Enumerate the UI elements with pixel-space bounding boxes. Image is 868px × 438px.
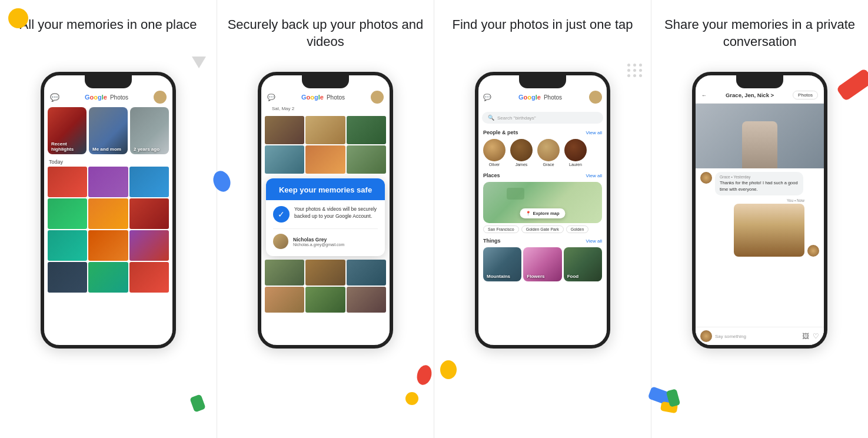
memory-label-recent: Recent highlights	[51, 141, 87, 152]
person-silhouette	[742, 121, 777, 168]
panel-search: Find your photos in just one tap 💬 Googl…	[434, 0, 651, 438]
james-name: James	[516, 162, 528, 167]
dialog-user-row: Nicholas Grey Nicholas.a.grey@gmail.com	[273, 228, 378, 249]
things-view-all[interactable]: View all	[586, 238, 602, 244]
things-grid: Mountains Flowers Food	[478, 247, 607, 281]
grid-cell-5	[88, 198, 128, 229]
thing-mountains: Mountains	[483, 247, 521, 281]
person-lauren: Lauren	[564, 139, 587, 167]
grace-msg-text: Thanks for the photo! I had such a good …	[720, 180, 799, 193]
logo-g2: g	[98, 94, 102, 101]
lauren-avatar	[564, 139, 587, 161]
place-chips: San Francisco Golden Gate Park Golden	[478, 225, 607, 235]
user-email: Nicholas.a.grey@gmail.com	[293, 243, 344, 247]
oliver-avatar	[483, 139, 505, 161]
notch-2	[302, 75, 349, 88]
things-section-header: Things View all	[483, 238, 602, 244]
p2-header-row: 💬 Google Photos	[267, 91, 384, 104]
grid-cell-3	[129, 167, 169, 197]
chip-golden[interactable]: Golden	[566, 225, 589, 233]
p2-more-3	[347, 260, 386, 286]
people-section: People & pets View all	[478, 127, 607, 139]
user-avatar	[273, 234, 288, 249]
oliver-name: Oliver	[489, 162, 500, 167]
people-section-header: People & pets View all	[483, 130, 602, 135]
people-view-all[interactable]: View all	[586, 130, 602, 135]
green-blob	[189, 394, 206, 412]
notch-4	[736, 75, 783, 88]
today-label: Today	[44, 158, 172, 167]
chat-icon-3: 💬	[483, 94, 491, 101]
heart-icon[interactable]: ♡	[813, 332, 819, 340]
dialog-title: Keep your memories safe	[266, 178, 385, 200]
flowers-label: Flowers	[527, 274, 544, 279]
dialog-body-row: ✓ Your photos & videos will be securely …	[273, 206, 378, 223]
p2-more-grid	[261, 256, 390, 313]
memories-row: Recent highlights Me and mom 2 years ago	[44, 107, 172, 158]
message-grace: Grace • Yesterday Thanks for the photo! …	[700, 172, 819, 195]
explore-map-button[interactable]: 📍 Explore map	[520, 208, 565, 218]
you-time: Now	[797, 198, 804, 203]
logo-o2: o	[94, 94, 98, 101]
back-button[interactable]: ←	[701, 92, 707, 98]
memory-label-mom: Me and mom	[92, 147, 121, 152]
phone-1-screen: 💬 Google Photos Recent highlights Me and…	[44, 75, 172, 345]
panel2-title: Securely back up your photos and videos	[223, 16, 428, 61]
p2-more-1	[265, 260, 304, 286]
google-photos-logo-3: Google Photos	[518, 94, 562, 101]
you-avatar	[807, 245, 819, 257]
places-title: Places	[483, 172, 500, 178]
people-title: People & pets	[483, 130, 518, 135]
p3-header-row: 💬 Google Photos	[483, 91, 602, 104]
people-row: Oliver James Grace Lauren	[478, 139, 607, 170]
grace-msg-bubble: Grace • Yesterday Thanks for the photo! …	[715, 172, 803, 195]
chat-icon-2: 💬	[267, 94, 275, 101]
you-meta: You • Now	[787, 198, 804, 203]
user-info: Nicholas Grey Nicholas.a.grey@gmail.com	[293, 237, 344, 247]
person-james: James	[510, 139, 533, 167]
image-icon[interactable]: 🖼	[802, 332, 809, 340]
back-icon: ←	[701, 92, 707, 98]
panel1-title: All your memories in one place	[20, 16, 197, 61]
input-row: Say something 🖼 ♡	[696, 327, 824, 345]
photos-button[interactable]: Photos	[793, 91, 818, 99]
food-label: Food	[567, 274, 579, 279]
grid-cell-4	[48, 198, 87, 229]
memory-card-years: 2 years ago	[130, 107, 169, 154]
p2-cell-5	[305, 145, 345, 174]
grid-cell-12	[129, 262, 169, 293]
logo-g: G	[85, 94, 90, 101]
phone-3-screen: 💬 Google Photos 🔍 Search "birthdays"	[478, 75, 607, 345]
you-row: You • Now	[700, 198, 819, 257]
places-view-all[interactable]: View all	[586, 173, 602, 178]
p2-cell-6	[347, 145, 386, 174]
user-name: Nicholas Grey	[293, 237, 344, 243]
grid-cell-1	[48, 167, 87, 197]
map-region	[507, 188, 524, 200]
phone-3: 💬 Google Photos 🔍 Search "birthdays"	[475, 72, 610, 349]
photo-content	[734, 204, 804, 257]
things-title: Things	[483, 238, 501, 244]
grid-cell-2	[88, 167, 128, 197]
thing-flowers: Flowers	[523, 247, 561, 281]
panel-backup: Securely back up your photos and videos …	[217, 0, 434, 438]
chip-ggp[interactable]: Golden Gate Park	[521, 225, 564, 233]
p2-more-4	[265, 287, 304, 313]
chip-sf[interactable]: San Francisco	[483, 225, 519, 233]
convo-name: Grace, Jen, Nick >	[726, 92, 774, 98]
google-photos-logo: Google Photos	[85, 94, 128, 101]
p2-more-6	[347, 287, 386, 313]
search-bar[interactable]: 🔍 Search "birthdays"	[482, 112, 603, 124]
triangle-icon	[192, 57, 206, 68]
google-photos-logo-2: Google Photos	[301, 94, 345, 101]
james-avatar	[510, 139, 533, 161]
p2-cell-3	[347, 116, 386, 144]
phone-4: ← Grace, Jen, Nick > Photos Grace •	[692, 72, 827, 349]
input-field[interactable]: Say something	[715, 334, 799, 339]
p2-more-2	[305, 260, 345, 286]
grid-cell-6	[129, 198, 169, 229]
grace-msg-time: Yesterday	[733, 175, 750, 179]
shared-image	[696, 104, 824, 168]
yellow-blob-icon	[8, 8, 28, 28]
grid-cell-11	[88, 262, 128, 293]
